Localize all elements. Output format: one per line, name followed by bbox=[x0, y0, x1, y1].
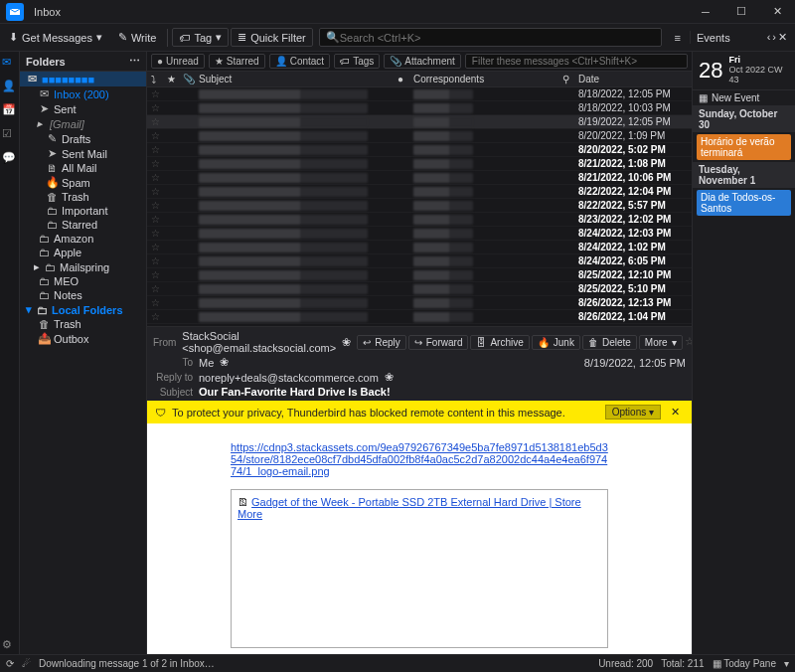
account-row[interactable]: ✉ ■■■■■■■■ bbox=[20, 72, 146, 86]
local-folders-row[interactable]: ▾ 🗀 Local Folders bbox=[20, 302, 146, 317]
folder-important[interactable]: 🗀Important bbox=[20, 204, 146, 218]
message-row[interactable]: ☆8/21/2022, 10:06 PM bbox=[147, 171, 692, 185]
message-row[interactable]: ☆8/20/2022, 5:02 PM bbox=[147, 143, 692, 157]
folder--gmail-[interactable]: ▸[Gmail] bbox=[20, 116, 146, 131]
address-book-icon[interactable]: 👤 bbox=[2, 80, 18, 95]
blocked-image-link[interactable]: https://cdnp3.stackassets.com/9ea9792676… bbox=[231, 441, 608, 477]
folder-spam[interactable]: 🔥Spam bbox=[20, 175, 146, 190]
events-prev-icon[interactable]: ‹ bbox=[767, 31, 771, 44]
star-icon[interactable]: ☆ bbox=[151, 311, 167, 322]
message-row[interactable]: ☆8/22/2022, 12:04 PM bbox=[147, 185, 692, 199]
folder-notes[interactable]: 🗀Notes bbox=[20, 288, 146, 302]
activity-icon[interactable]: ☄ bbox=[22, 658, 31, 669]
minimize-button[interactable]: ─ bbox=[688, 0, 723, 24]
global-search[interactable]: 🔍 bbox=[319, 28, 662, 47]
message-row[interactable]: ☆8/18/2022, 10:03 PM bbox=[147, 101, 692, 115]
message-list[interactable]: ☆8/18/2022, 12:05 PM☆8/18/2022, 10:03 PM… bbox=[147, 87, 692, 326]
message-row[interactable]: ☆8/20/2022, 1:09 PM bbox=[147, 129, 692, 143]
tag-button[interactable]: 🏷 Tag▾ bbox=[172, 28, 229, 47]
events-next-icon[interactable]: › bbox=[772, 31, 776, 44]
calendar-event[interactable]: Horário de verão terminará bbox=[697, 134, 791, 160]
maximize-button[interactable]: ☐ bbox=[723, 0, 759, 24]
new-event-button[interactable]: ▦ New Event bbox=[693, 90, 795, 106]
folders-menu-icon[interactable]: ⋯ bbox=[129, 55, 140, 68]
star-icon[interactable]: ☆ bbox=[151, 228, 167, 239]
attachment-chip[interactable]: 📎 Attachment bbox=[384, 54, 461, 69]
folder-trash[interactable]: 🗑Trash bbox=[20, 317, 146, 331]
star-icon[interactable]: ☆ bbox=[151, 88, 167, 99]
message-row[interactable]: ☆8/26/2022, 12:13 PM bbox=[147, 296, 692, 310]
star-icon[interactable]: ☆ bbox=[151, 130, 167, 141]
reply-button[interactable]: ↩ Reply bbox=[357, 335, 406, 350]
folder-starred[interactable]: 🗀Starred bbox=[20, 218, 146, 232]
message-row[interactable]: ☆8/21/2022, 1:08 PM bbox=[147, 157, 692, 171]
star-icon[interactable]: ☆ bbox=[151, 102, 167, 113]
star-icon[interactable]: ☆ bbox=[151, 297, 167, 308]
message-row[interactable]: ☆8/24/2022, 12:03 PM bbox=[147, 227, 692, 241]
star-icon[interactable]: ☆ bbox=[151, 214, 167, 225]
star-icon[interactable]: ☆ bbox=[151, 242, 167, 252]
col-correspondents[interactable]: Correspondents bbox=[413, 74, 562, 84]
folder-sent[interactable]: ➤Sent bbox=[20, 101, 146, 116]
menu-button[interactable]: ≡ bbox=[668, 29, 688, 47]
message-row[interactable]: ☆8/23/2022, 12:02 PM bbox=[147, 213, 692, 227]
calendar-event[interactable]: Dia de Todos-os-Santos bbox=[697, 190, 791, 216]
chat-space-icon[interactable]: 💬 bbox=[2, 151, 18, 167]
folder-trash[interactable]: 🗑Trash bbox=[20, 190, 146, 204]
calendar-space-icon[interactable]: 📅 bbox=[2, 103, 18, 119]
star-icon[interactable]: ☆ bbox=[151, 116, 167, 127]
starred-chip[interactable]: ★ Starred bbox=[209, 54, 265, 69]
folder-outbox[interactable]: 📤Outbox bbox=[20, 331, 146, 346]
folder-amazon[interactable]: 🗀Amazon bbox=[20, 232, 146, 246]
star-icon[interactable]: ☆ bbox=[151, 186, 167, 197]
folder-all-mail[interactable]: 🗎All Mail bbox=[20, 161, 146, 175]
archive-button[interactable]: 🗄 Archive bbox=[470, 335, 529, 350]
star-icon[interactable]: ☆ bbox=[151, 255, 167, 266]
gadget-link[interactable]: Gadget of the Week - Portable SSD 2TB Ex… bbox=[238, 496, 581, 520]
mail-space-icon[interactable]: ✉ bbox=[2, 56, 18, 72]
expand-icon[interactable]: ▾ bbox=[784, 658, 789, 669]
get-messages-button[interactable]: ⬇ Get Messages ▾ bbox=[2, 28, 109, 47]
write-button[interactable]: ✎ Write bbox=[111, 28, 163, 47]
more-button[interactable]: More ▾ bbox=[639, 335, 683, 350]
star-icon[interactable]: ☆ bbox=[151, 269, 167, 280]
star-icon[interactable]: ☆ bbox=[151, 283, 167, 294]
delete-button[interactable]: 🗑 Delete bbox=[582, 335, 637, 350]
message-row[interactable]: ☆8/25/2022, 5:10 PM bbox=[147, 282, 692, 296]
quick-filter-button[interactable]: ≣ Quick Filter bbox=[231, 28, 313, 47]
message-row[interactable]: ☆8/24/2022, 1:02 PM bbox=[147, 241, 692, 254]
folder-inbox-200-[interactable]: ✉Inbox (200) bbox=[20, 86, 146, 101]
tags-chip[interactable]: 🏷 Tags bbox=[334, 54, 380, 69]
message-row[interactable]: ☆8/19/2022, 12:05 PM bbox=[147, 115, 692, 129]
folder-meo[interactable]: 🗀MEO bbox=[20, 274, 146, 288]
message-row[interactable]: ☆8/18/2022, 12:05 PM bbox=[147, 87, 692, 101]
star-icon[interactable]: ☆ bbox=[151, 144, 167, 155]
col-date[interactable]: Date bbox=[578, 74, 688, 84]
message-row[interactable]: ☆8/26/2022, 1:04 PM bbox=[147, 310, 692, 324]
settings-icon[interactable]: ⚙ bbox=[2, 638, 18, 654]
contact-chip[interactable]: 👤 Contact bbox=[269, 54, 330, 69]
options-button[interactable]: Options ▾ bbox=[605, 405, 661, 420]
folder-drafts[interactable]: ✎Drafts bbox=[20, 131, 146, 146]
message-row[interactable]: ☆8/24/2022, 6:05 PM bbox=[147, 254, 692, 268]
search-input[interactable] bbox=[340, 32, 655, 44]
star-icon[interactable]: ☆ bbox=[151, 172, 167, 183]
forward-button[interactable]: ↪ Forward bbox=[408, 335, 469, 350]
dismiss-icon[interactable]: ✕ bbox=[667, 406, 684, 419]
close-button[interactable]: ✕ bbox=[759, 0, 795, 24]
tasks-space-icon[interactable]: ☑ bbox=[2, 127, 18, 143]
today-pane-toggle[interactable]: ▦ Today Pane bbox=[713, 658, 776, 669]
unread-chip[interactable]: ● Unread bbox=[151, 54, 205, 69]
filter-input[interactable] bbox=[465, 54, 688, 69]
folder-sent-mail[interactable]: ➤Sent Mail bbox=[20, 146, 146, 161]
folder-mailspring[interactable]: ▸🗀Mailspring bbox=[20, 259, 146, 274]
star-icon[interactable]: ☆ bbox=[151, 200, 167, 211]
online-icon[interactable]: ⟳ bbox=[6, 658, 14, 669]
events-close-icon[interactable]: ✕ bbox=[778, 31, 787, 44]
star-icon[interactable]: ☆ bbox=[151, 158, 167, 169]
junk-button[interactable]: 🔥 Junk bbox=[532, 335, 580, 350]
message-row[interactable]: ☆8/25/2022, 12:10 PM bbox=[147, 268, 692, 282]
folder-apple[interactable]: 🗀Apple bbox=[20, 246, 146, 259]
message-row[interactable]: ☆8/22/2022, 5:57 PM bbox=[147, 199, 692, 213]
col-subject[interactable]: Subject bbox=[199, 74, 398, 84]
